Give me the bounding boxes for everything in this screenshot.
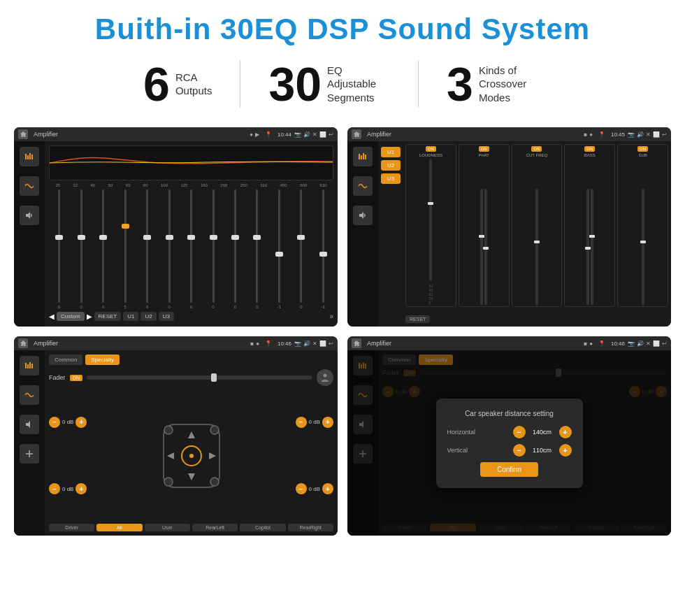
db-bl-minus[interactable]: − bbox=[49, 483, 60, 494]
svg-point-19 bbox=[189, 454, 194, 458]
expand-icon[interactable]: » bbox=[329, 313, 333, 320]
tab-common[interactable]: Common bbox=[49, 354, 82, 365]
channel-loudness: ON LOUDNESS 644832160 bbox=[405, 144, 456, 307]
db-bl-plus[interactable]: + bbox=[75, 483, 87, 494]
btn-rearleft[interactable]: RearLeft bbox=[192, 524, 238, 531]
db-tr-minus[interactable]: − bbox=[296, 417, 307, 428]
db-tl-minus[interactable]: − bbox=[49, 417, 60, 428]
screen1-eq-main: 25 32 40 50 63 80 100 125 160 200 250 32… bbox=[45, 141, 338, 327]
u2-select[interactable]: U2 bbox=[381, 160, 401, 171]
prev-button[interactable]: ◀ bbox=[49, 313, 55, 320]
screen2-time: 10:45 bbox=[611, 131, 625, 138]
svg-marker-23 bbox=[209, 452, 216, 459]
screen3-arrows-icon[interactable] bbox=[20, 444, 39, 464]
stat-rca: 6 RCAOutputs bbox=[115, 60, 240, 108]
wave-icon[interactable] bbox=[20, 176, 39, 196]
btn-all[interactable]: All bbox=[96, 524, 142, 531]
screen2-location-icon: 📍 bbox=[598, 131, 605, 138]
screen4-status-icons: ■● bbox=[584, 341, 593, 347]
db-tl-value: 0 dB bbox=[62, 419, 73, 425]
screen3-eq-icon[interactable] bbox=[20, 356, 39, 375]
screen2-speaker-icon[interactable] bbox=[353, 206, 373, 225]
svg-rect-7 bbox=[361, 155, 362, 159]
u2-button[interactable]: U2 bbox=[140, 312, 156, 321]
btn-driver[interactable]: Driver bbox=[49, 524, 94, 531]
eq-graph bbox=[49, 145, 333, 180]
screen2-status-icons: ■● bbox=[584, 131, 593, 138]
stat-crossover: 3 Kinds ofCrossover Modes bbox=[419, 60, 570, 108]
tab-specialty[interactable]: Specialty bbox=[85, 354, 119, 365]
confirm-button[interactable]: Confirm bbox=[480, 462, 538, 477]
stat-rca-label: RCAOutputs bbox=[175, 71, 212, 98]
svg-point-25 bbox=[210, 426, 219, 434]
speaker-icon[interactable] bbox=[20, 206, 39, 225]
u1-select[interactable]: U1 bbox=[381, 147, 401, 157]
vertical-value: 110cm bbox=[528, 447, 556, 454]
loudness-on[interactable]: ON bbox=[426, 146, 436, 152]
channel-sliders: ON LOUDNESS 644832160 bbox=[405, 144, 668, 307]
screen2-wave-icon[interactable] bbox=[353, 176, 373, 196]
screen2-main: U1 U2 U3 ON LOUDNESS bbox=[378, 141, 671, 327]
svg-marker-15 bbox=[26, 421, 30, 428]
eq-slider-3: 5 bbox=[115, 189, 135, 309]
svg-rect-1 bbox=[27, 155, 29, 159]
eq-icon[interactable] bbox=[20, 147, 39, 166]
db-br-minus[interactable]: − bbox=[296, 483, 307, 494]
fader-on-badge[interactable]: ON bbox=[70, 375, 83, 381]
custom-button[interactable]: Custom bbox=[57, 312, 85, 321]
screen4-time: 10:46 bbox=[611, 341, 625, 347]
u1-button[interactable]: U1 bbox=[123, 312, 138, 321]
eq-slider-5: 0 bbox=[159, 189, 179, 309]
sub-label: SUB bbox=[638, 153, 647, 157]
bass-on[interactable]: ON bbox=[584, 146, 595, 152]
screen2-app-title: Amplifier bbox=[367, 131, 581, 138]
btn-user[interactable]: User bbox=[145, 524, 190, 531]
eq-slider-4: 0 bbox=[137, 189, 157, 309]
home-icon[interactable] bbox=[18, 129, 28, 139]
screen2-reset-button[interactable]: RESET bbox=[405, 315, 430, 323]
screen3-wave-icon[interactable] bbox=[20, 385, 39, 405]
horizontal-plus[interactable]: + bbox=[559, 426, 572, 438]
screen3-home-icon[interactable] bbox=[18, 338, 28, 348]
vertical-minus[interactable]: − bbox=[513, 444, 526, 457]
stat-eq: 30 EQ AdjustableSegments bbox=[240, 60, 419, 108]
screen4-content: Common Specialty Fader ON − 0 dB + bbox=[347, 350, 671, 536]
horizontal-minus[interactable]: − bbox=[513, 426, 526, 438]
dialog-vertical-label: Vertical bbox=[447, 447, 468, 454]
channel-bass: ON BASS bbox=[564, 144, 615, 307]
phat-on[interactable]: ON bbox=[479, 146, 489, 152]
db-bottom-right: − 0 dB + bbox=[296, 483, 333, 494]
eq-slider-6: 0 bbox=[181, 189, 201, 309]
db-tr-plus[interactable]: + bbox=[322, 417, 333, 428]
btn-rearright[interactable]: RearRight bbox=[288, 524, 333, 531]
screen2-statusbar: Amplifier ■● 📍 10:45 📷🔊✕⬜↩ bbox=[347, 127, 671, 141]
eq-slider-8: 0 bbox=[225, 189, 245, 309]
screen-eq: Amplifier ●▶ 📍 10:44 📷🔊✕⬜↩ bbox=[14, 127, 338, 327]
stat-eq-number: 30 bbox=[268, 60, 322, 108]
reset-button[interactable]: RESET bbox=[94, 312, 122, 321]
play-button[interactable]: ▶ bbox=[87, 313, 92, 320]
screen4-home-icon[interactable] bbox=[352, 338, 361, 348]
stat-crossover-number: 3 bbox=[447, 60, 473, 108]
eq-slider-1: 0 bbox=[71, 189, 91, 309]
u3-select[interactable]: U3 bbox=[381, 173, 401, 184]
db-br-plus[interactable]: + bbox=[322, 483, 333, 494]
svg-rect-6 bbox=[359, 154, 360, 159]
svg-marker-21 bbox=[188, 473, 195, 480]
screen3-content: Common Specialty Fader ON bbox=[14, 350, 338, 536]
svg-marker-10 bbox=[359, 212, 363, 219]
screen2-home-icon[interactable] bbox=[352, 129, 361, 139]
cutfreq-on[interactable]: ON bbox=[531, 146, 542, 152]
db-tl-plus[interactable]: + bbox=[75, 417, 87, 428]
db-bottom-left: − 0 dB + bbox=[49, 483, 87, 494]
screen1-location-icon: 📍 bbox=[265, 131, 272, 138]
btn-copilot[interactable]: Copilot bbox=[240, 524, 285, 531]
vertical-plus[interactable]: + bbox=[559, 444, 572, 457]
sub-on[interactable]: ON bbox=[637, 146, 648, 152]
screen3-speaker-icon[interactable] bbox=[20, 415, 39, 434]
screen2-right-icons: 📷🔊✕⬜↩ bbox=[628, 131, 667, 138]
fader-slider[interactable] bbox=[87, 375, 312, 380]
u3-button[interactable]: U3 bbox=[159, 312, 174, 321]
screen2-eq-icon[interactable] bbox=[353, 147, 373, 166]
stat-crossover-label: Kinds ofCrossover Modes bbox=[479, 64, 542, 105]
